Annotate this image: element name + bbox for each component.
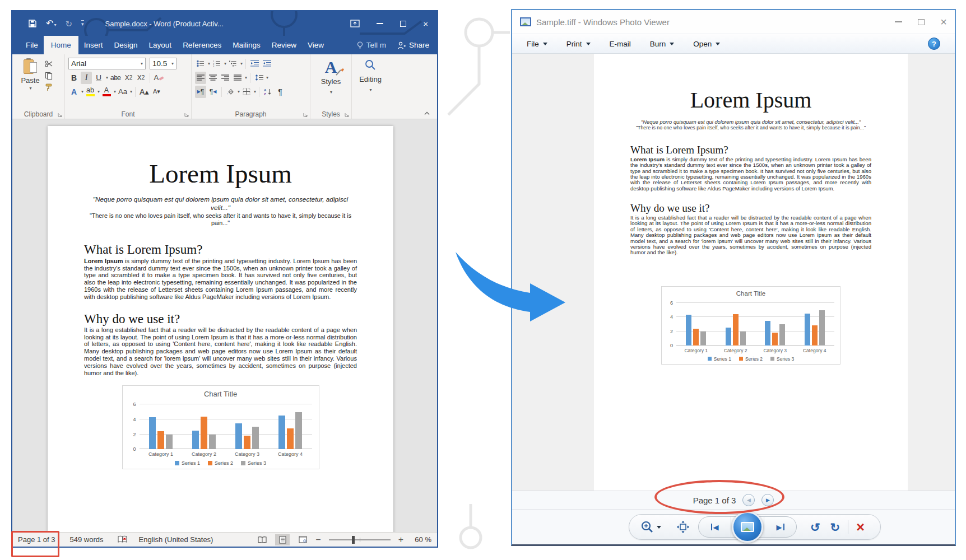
zoom-slider-thumb[interactable] xyxy=(352,536,355,544)
zoom-level[interactable]: 60 % xyxy=(409,535,431,544)
line-spacing-caret-icon[interactable]: ▾ xyxy=(266,75,268,80)
close-button[interactable]: × xyxy=(423,20,428,28)
next-image-button[interactable]: ▶ xyxy=(764,517,796,537)
rotate-counterclockwise-button[interactable]: ↺ xyxy=(810,521,820,533)
highlight-caret-icon[interactable]: ▾ xyxy=(97,89,100,94)
styles-dialog-launcher-icon[interactable] xyxy=(344,112,350,118)
text-effects-caret-icon[interactable]: ▾ xyxy=(81,89,83,94)
customize-quick-access-icon[interactable]: ▾ xyxy=(81,20,84,27)
play-slideshow-button[interactable] xyxy=(732,511,763,543)
bullets-button[interactable] xyxy=(195,58,206,70)
menu-burn[interactable]: Burn xyxy=(650,40,675,48)
zoom-button[interactable] xyxy=(640,520,661,534)
increase-indent-button[interactable] xyxy=(261,58,272,70)
line-spacing-button[interactable] xyxy=(253,72,264,84)
share-button[interactable]: Share xyxy=(392,36,437,54)
tab-review[interactable]: Review xyxy=(266,36,302,54)
viewer-maximize-button[interactable] xyxy=(918,19,925,25)
shading-caret-icon[interactable]: ▾ xyxy=(238,89,240,94)
justify-caret-icon[interactable]: ▾ xyxy=(245,75,247,80)
grow-font-button[interactable]: A▴ xyxy=(138,86,150,98)
copy-icon[interactable] xyxy=(45,72,53,80)
tab-design[interactable]: Design xyxy=(109,36,143,54)
text-highlight-button[interactable]: ab xyxy=(85,86,96,98)
tab-file[interactable]: File xyxy=(20,36,44,54)
borders-button[interactable] xyxy=(241,86,252,98)
zoom-in-button[interactable]: + xyxy=(398,535,403,544)
menu-open[interactable]: Open xyxy=(693,40,720,48)
undo-icon[interactable]: ↶▾ xyxy=(46,19,56,28)
justify-button[interactable] xyxy=(232,72,243,84)
viewer-minimize-button[interactable] xyxy=(895,21,902,22)
maximize-button[interactable] xyxy=(400,21,406,27)
italic-button[interactable]: I xyxy=(81,72,92,84)
read-mode-button[interactable] xyxy=(255,534,270,545)
redo-icon[interactable]: ↻ xyxy=(65,20,72,28)
bold-button[interactable]: B xyxy=(68,72,80,84)
styles-button[interactable]: A Styles ▾ xyxy=(314,57,348,96)
superscript-button[interactable]: X2 xyxy=(136,72,147,84)
word-count[interactable]: 549 words xyxy=(70,535,104,544)
tab-view[interactable]: View xyxy=(302,36,329,54)
font-size-select[interactable]: 10.5 ▾ xyxy=(150,58,177,69)
font-name-select[interactable]: Arial ▾ xyxy=(68,58,146,69)
align-left-button[interactable] xyxy=(195,72,206,84)
align-center-button[interactable] xyxy=(207,72,219,84)
collapse-ribbon-icon[interactable] xyxy=(424,111,430,115)
underline-caret-icon[interactable]: ▾ xyxy=(106,75,108,80)
save-icon[interactable] xyxy=(28,19,37,28)
previous-image-button[interactable]: ◀ xyxy=(699,517,731,537)
shrink-font-button[interactable]: A▾ xyxy=(151,86,162,98)
tab-mailings[interactable]: Mailings xyxy=(227,36,266,54)
paragraph-dialog-launcher-icon[interactable] xyxy=(303,112,308,118)
font-dialog-launcher-icon[interactable] xyxy=(184,112,189,118)
text-effects-button[interactable]: A xyxy=(68,86,80,98)
help-button[interactable]: ? xyxy=(928,38,940,50)
shading-button[interactable] xyxy=(225,86,236,98)
document-page[interactable]: Lorem Ipsum "Neque porro quisquam est qu… xyxy=(48,126,393,532)
font-color-caret-icon[interactable]: ▾ xyxy=(114,89,116,94)
ltr-text-direction-button[interactable]: ▶¶ xyxy=(195,86,206,98)
strikethrough-button[interactable]: abe xyxy=(109,72,122,84)
rtl-text-direction-button[interactable]: ¶◀ xyxy=(207,86,219,98)
numbering-caret-icon[interactable]: ▾ xyxy=(224,61,226,66)
cut-icon[interactable] xyxy=(45,60,53,68)
paste-button[interactable]: Paste ▾ xyxy=(16,57,45,109)
print-layout-button[interactable] xyxy=(275,534,290,545)
tab-layout[interactable]: Layout xyxy=(143,36,178,54)
numbering-button[interactable]: 123 xyxy=(211,58,222,70)
menu-print[interactable]: Print xyxy=(566,40,591,48)
rotate-clockwise-button[interactable]: ↻ xyxy=(830,521,840,533)
change-case-button[interactable]: Aa xyxy=(117,86,128,98)
change-case-caret-icon[interactable]: ▾ xyxy=(130,89,132,94)
ribbon-display-options-icon[interactable] xyxy=(350,20,360,27)
multilevel-list-button[interactable] xyxy=(227,58,239,70)
font-color-button[interactable]: A xyxy=(101,86,112,98)
menu-file[interactable]: File xyxy=(527,40,547,48)
underline-button[interactable]: U xyxy=(93,72,104,84)
language-indicator[interactable]: English (United States) xyxy=(138,535,213,544)
tab-insert[interactable]: Insert xyxy=(78,36,109,54)
multilevel-caret-icon[interactable]: ▾ xyxy=(240,61,243,66)
show-formatting-marks-button[interactable]: ¶ xyxy=(275,86,286,98)
clipboard-dialog-launcher-icon[interactable] xyxy=(57,112,63,118)
tell-me-box[interactable]: Tell m xyxy=(351,36,392,54)
zoom-slider[interactable] xyxy=(329,539,391,540)
borders-caret-icon[interactable]: ▾ xyxy=(254,89,256,94)
format-painter-icon[interactable] xyxy=(45,83,53,91)
menu-email[interactable]: E-mail xyxy=(610,40,631,48)
align-right-button[interactable] xyxy=(220,72,231,84)
zoom-out-button[interactable]: − xyxy=(315,535,321,544)
viewer-close-button[interactable]: × xyxy=(940,16,947,27)
proofing-errors-icon[interactable] xyxy=(118,535,127,544)
decrease-indent-button[interactable] xyxy=(249,58,260,70)
tab-home[interactable]: Home xyxy=(44,36,78,54)
clear-formatting-button[interactable]: A xyxy=(153,72,166,84)
bullets-caret-icon[interactable]: ▾ xyxy=(208,61,210,66)
document-bar-chart[interactable]: Chart Title 0246 Category 1Category 2Cat… xyxy=(122,385,319,469)
sort-button[interactable]: AZ xyxy=(262,86,273,98)
subscript-button[interactable]: X2 xyxy=(123,72,134,84)
delete-button[interactable]: × xyxy=(856,520,865,534)
web-layout-button[interactable] xyxy=(295,534,310,545)
minimize-button[interactable] xyxy=(377,23,383,24)
